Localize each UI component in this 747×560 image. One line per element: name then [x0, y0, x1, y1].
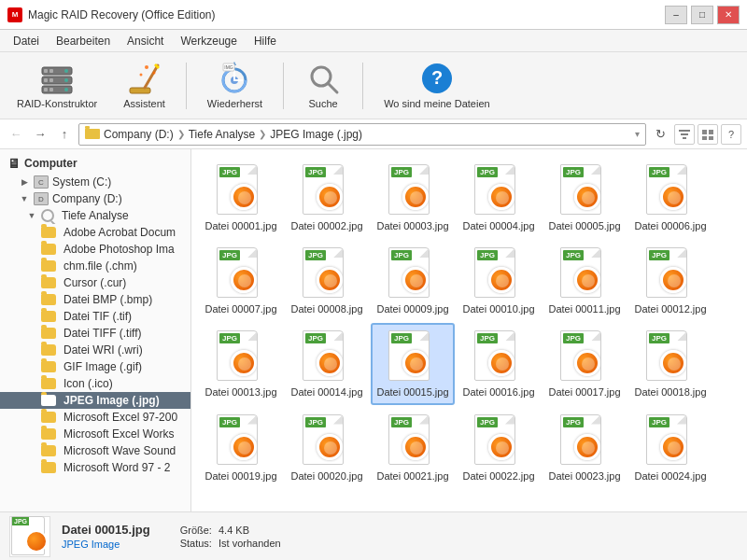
- file-item[interactable]: JPG Datei 00015.jpg: [371, 323, 455, 404]
- help-addr-button[interactable]: ?: [721, 124, 741, 145]
- size-label: Größe:: [180, 525, 212, 536]
- jpg-badge: JPG: [477, 333, 498, 343]
- sidebar-item-chm[interactable]: chm.file (.chm): [0, 258, 190, 274]
- file-item[interactable]: JPG Datei 00010.jpg: [457, 240, 541, 321]
- jpg-circle: [317, 350, 343, 376]
- menu-werkzeuge[interactable]: Werkzeuge: [173, 33, 244, 49]
- menu-hilfe[interactable]: Hilfe: [247, 33, 284, 49]
- file-item[interactable]: JPG Datei 00014.jpg: [285, 323, 369, 404]
- file-item[interactable]: JPG Datei 00019.jpg: [199, 407, 283, 488]
- maximize-button[interactable]: □: [691, 6, 713, 24]
- back-button[interactable]: ←: [6, 124, 26, 145]
- file-item[interactable]: JPG Datei 00002.jpg: [285, 157, 369, 238]
- svg-rect-37: [709, 136, 713, 140]
- breadcrumb[interactable]: Company (D:) ❯ Tiefe Analyse ❯ JPEG Imag…: [78, 123, 646, 146]
- sidebar-item-wri[interactable]: Datei WRI (.wri): [0, 342, 190, 358]
- minimize-button[interactable]: –: [665, 6, 687, 24]
- filter-button[interactable]: [674, 124, 695, 145]
- sidebar-item-excel97[interactable]: Microsoft Excel 97-200: [0, 409, 190, 426]
- file-item[interactable]: JPG Datei 00001.jpg: [199, 157, 283, 238]
- jpg-circle: [402, 267, 429, 293]
- suche-button[interactable]: Suche: [295, 58, 351, 113]
- menu-bearbeiten[interactable]: Bearbeiten: [49, 33, 118, 49]
- file-item[interactable]: JPG Datei 00013.jpg: [199, 323, 283, 404]
- sidebar-item-wave[interactable]: Microsoft Wave Sound: [0, 442, 190, 459]
- jpg-circle-inner: [582, 191, 595, 204]
- file-item[interactable]: JPG Datei 00007.jpg: [199, 240, 283, 321]
- file-item[interactable]: JPG Datei 00008.jpg: [285, 240, 369, 321]
- view-toggle-button[interactable]: [698, 124, 718, 145]
- file-item[interactable]: JPG Datei 00012.jpg: [628, 240, 712, 321]
- jpg-icon: JPG: [560, 414, 609, 469]
- file-name: Datei 00015.jpg: [376, 386, 448, 399]
- search-icon: [306, 62, 340, 95]
- sidebar-item-tiff[interactable]: Datei TIFF (.tiff): [0, 325, 190, 342]
- sidebar-item-bmp[interactable]: Datei BMP (.bmp): [0, 291, 190, 308]
- jpg-circle: [660, 434, 686, 460]
- jpg-paper: JPG: [303, 414, 344, 465]
- jpg-badge: JPG: [305, 333, 326, 343]
- sidebar-item-label: Microsoft Excel 97-200: [63, 411, 177, 424]
- menu-ansicht[interactable]: Ansicht: [120, 33, 171, 49]
- jpg-badge: JPG: [477, 167, 498, 177]
- sidebar-item-adobe-acrobat[interactable]: Adobe Acrobat Docum: [0, 224, 190, 241]
- sidebar-item-word97[interactable]: Microsoft Word 97 - 2: [0, 459, 190, 476]
- sidebar-item-excel-works[interactable]: Microsoft Excel Works: [0, 426, 190, 442]
- main-area: 🖥 Computer ▶ C System (C:) ▼ D Company (…: [0, 149, 747, 511]
- sidebar-item-cursor[interactable]: Cursor (.cur): [0, 274, 190, 291]
- sidebar-item-system-c[interactable]: ▶ C System (C:): [0, 174, 190, 190]
- folder-icon: [41, 462, 56, 473]
- jpg-circle: [574, 350, 600, 376]
- titlebar-left: M Magic RAID Recovery (Office Edition): [7, 7, 216, 22]
- size-value: 4.4 KB: [218, 525, 249, 536]
- titlebar-controls[interactable]: – □ ✕: [665, 6, 740, 24]
- file-item[interactable]: JPG Datei 00004.jpg: [457, 157, 541, 238]
- sidebar-item-company-d[interactable]: ▼ D Company (D:): [0, 190, 190, 207]
- sidebar-item-jpeg[interactable]: JPEG Image (.jpg): [0, 392, 190, 409]
- sidebar-item-label: chm.file (.chm): [63, 259, 137, 273]
- jpg-circle: [574, 184, 600, 210]
- file-item[interactable]: JPG Datei 00011.jpg: [543, 240, 627, 321]
- jpg-icon: JPG: [217, 164, 265, 218]
- file-item[interactable]: JPG Datei 00006.jpg: [628, 157, 712, 238]
- sidebar-item-tif[interactable]: Datei TIF (.tif): [0, 308, 190, 325]
- jpg-paper: JPG: [646, 330, 687, 381]
- svg-text:?: ?: [431, 67, 443, 88]
- file-item[interactable]: JPG Datei 00020.jpg: [285, 407, 369, 488]
- sidebar-item-gif[interactable]: GIF Image (.gif): [0, 358, 190, 375]
- file-name: Datei 00011.jpg: [548, 303, 620, 315]
- sidebar-item-label: JPEG Image (.jpg): [63, 394, 160, 407]
- svg-rect-12: [130, 88, 150, 93]
- wiederherst-label: Wiederherst: [207, 98, 262, 109]
- file-name: Datei 00007.jpg: [204, 303, 276, 315]
- file-item[interactable]: JPG Datei 00017.jpg: [543, 323, 627, 404]
- wiederherst-button[interactable]: IMG Wiederherst: [198, 58, 272, 113]
- raid-konstruktor-button[interactable]: RAID-Konstruktor: [7, 58, 106, 113]
- jpg-circle-inner: [410, 441, 423, 455]
- refresh-button[interactable]: ↻: [650, 124, 670, 145]
- file-item[interactable]: JPG Datei 00003.jpg: [371, 157, 455, 238]
- file-item[interactable]: JPG Datei 00023.jpg: [543, 407, 627, 488]
- sidebar-item-ico[interactable]: Icon (.ico): [0, 375, 190, 392]
- close-button[interactable]: ✕: [717, 6, 740, 24]
- forward-button[interactable]: →: [30, 124, 50, 145]
- jpg-circle-inner: [668, 441, 681, 455]
- sidebar-item-tiefe-analyse[interactable]: ▼ Tiefe Analyse: [0, 207, 190, 224]
- status-label: Status:: [180, 538, 212, 549]
- menu-datei[interactable]: Datei: [6, 33, 47, 49]
- jpg-circle-inner: [410, 191, 423, 204]
- file-item[interactable]: JPG Datei 00021.jpg: [371, 407, 455, 488]
- sidebar-item-adobe-photoshop[interactable]: Adobe Photoshop Ima: [0, 241, 190, 258]
- jpg-circle-inner: [238, 191, 251, 204]
- file-item[interactable]: JPG Datei 00005.jpg: [543, 157, 627, 238]
- file-item[interactable]: JPG Datei 00016.jpg: [457, 323, 541, 404]
- file-item[interactable]: JPG Datei 00009.jpg: [371, 240, 455, 321]
- up-button[interactable]: ↑: [54, 124, 75, 145]
- jpg-badge: JPG: [477, 417, 498, 427]
- assistent-button[interactable]: Assistent: [114, 58, 175, 113]
- wo-sind-button[interactable]: ? Wo sind meine Dateien: [374, 58, 500, 113]
- file-item[interactable]: JPG Datei 00022.jpg: [457, 407, 541, 488]
- file-item[interactable]: JPG Datei 00018.jpg: [628, 323, 712, 404]
- sidebar-root-computer[interactable]: 🖥 Computer: [0, 153, 190, 174]
- file-item[interactable]: JPG Datei 00024.jpg: [628, 407, 712, 488]
